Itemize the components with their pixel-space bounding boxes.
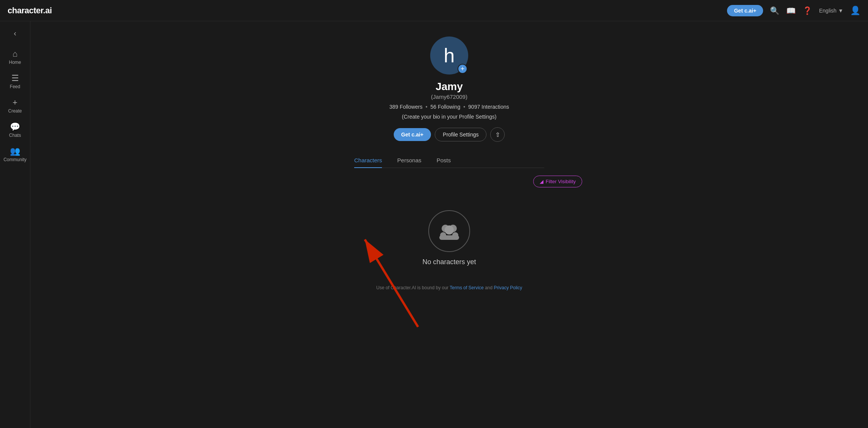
top-nav-right: Get c.ai+ 🔍 📖 ❓ English ▼ 👤 xyxy=(727,5,860,16)
sidebar-item-create[interactable]: + Create xyxy=(0,94,30,118)
stats-dot-1: • xyxy=(426,104,428,110)
sidebar-item-label: Chats xyxy=(9,133,21,138)
user-menu-icon[interactable]: 👤 xyxy=(850,6,860,16)
avatar-edit-button[interactable]: + xyxy=(458,64,467,74)
sidebar-item-community[interactable]: 👥 Community xyxy=(0,143,30,167)
sidebar-item-feed[interactable]: ☰ Feed xyxy=(0,70,30,94)
get-cai-button-nav[interactable]: Get c.ai+ xyxy=(727,5,763,16)
top-nav: character.ai Get c.ai+ 🔍 📖 ❓ English ▼ 👤 xyxy=(0,0,868,21)
tab-characters[interactable]: Characters xyxy=(354,153,382,168)
profile-stats: 389 Followers • 56 Following • 9097 Inte… xyxy=(390,104,509,110)
feed-icon: ☰ xyxy=(11,74,19,82)
sidebar-item-home[interactable]: ⌂ Home xyxy=(0,45,30,70)
get-cai-button-profile[interactable]: Get c.ai+ xyxy=(394,128,431,141)
footer-text: Use of Character.AI is bound by our Term… xyxy=(376,285,522,290)
sidebar-item-label: Feed xyxy=(10,84,20,89)
following-stat: 56 Following xyxy=(431,104,461,110)
svg-point-5 xyxy=(452,232,458,238)
followers-stat: 389 Followers xyxy=(390,104,423,110)
sidebar-item-chats[interactable]: 💬 Chats xyxy=(0,118,30,143)
stats-dot-2: • xyxy=(463,104,465,110)
profile-settings-button[interactable]: Profile Settings xyxy=(435,128,486,141)
footer-before: Use of Character.AI is bound by our xyxy=(376,285,450,290)
no-characters-text: No characters yet xyxy=(422,258,476,266)
share-button[interactable]: ⇧ xyxy=(490,127,505,142)
chats-icon: 💬 xyxy=(10,123,20,131)
sidebar-item-label: Community xyxy=(3,157,27,162)
tab-posts[interactable]: Posts xyxy=(437,153,451,168)
sidebar-item-label: Create xyxy=(8,108,22,114)
sidebar-back-button[interactable]: ‹ xyxy=(10,25,20,41)
filter-visibility-button[interactable]: ◢ Filter Visibility xyxy=(533,176,582,187)
main-content: h + Jamy (Jamy672009) 389 Followers • 56… xyxy=(30,21,868,428)
no-characters-icon xyxy=(428,210,470,252)
profile-section: h + Jamy (Jamy672009) 389 Followers • 56… xyxy=(316,36,582,290)
app-logo: character.ai xyxy=(8,6,52,16)
tab-personas[interactable]: Personas xyxy=(397,153,421,168)
community-icon: 👥 xyxy=(10,147,20,155)
book-icon[interactable]: 📖 xyxy=(786,6,796,15)
profile-tabs: Characters Personas Posts xyxy=(354,153,544,168)
profile-bio-prompt: (Create your bio in your Profile Setting… xyxy=(402,114,497,120)
lang-label: English xyxy=(819,8,836,14)
filter-label: Filter Visibility xyxy=(546,179,576,184)
filter-bar: ◢ Filter Visibility xyxy=(316,176,582,187)
terms-of-service-link[interactable]: Terms of Service xyxy=(450,285,483,290)
create-icon: + xyxy=(13,98,17,107)
profile-display-name: Jamy xyxy=(436,81,463,93)
main-layout: ‹ ⌂ Home ☰ Feed + Create 💬 Chats 👥 Commu… xyxy=(0,21,868,428)
sidebar: ‹ ⌂ Home ☰ Feed + Create 💬 Chats 👥 Commu… xyxy=(0,21,30,428)
home-icon: ⌂ xyxy=(13,50,17,58)
svg-point-4 xyxy=(440,232,446,238)
avatar-container: h + xyxy=(430,36,468,75)
share-icon: ⇧ xyxy=(495,131,500,138)
no-characters-section: No characters yet xyxy=(422,199,476,277)
help-icon[interactable]: ❓ xyxy=(803,6,812,15)
chevron-down-icon: ▼ xyxy=(838,8,843,14)
interactions-stat: 9097 Interactions xyxy=(468,104,509,110)
filter-icon: ◢ xyxy=(540,179,543,184)
profile-actions: Get c.ai+ Profile Settings ⇧ xyxy=(394,127,505,142)
footer-and: and xyxy=(485,285,494,290)
sidebar-item-label: Home xyxy=(9,60,21,65)
language-selector[interactable]: English ▼ xyxy=(819,8,843,14)
search-icon[interactable]: 🔍 xyxy=(770,6,779,15)
profile-username: (Jamy672009) xyxy=(431,94,467,100)
privacy-policy-link[interactable]: Privacy Policy xyxy=(494,285,522,290)
svg-point-2 xyxy=(445,225,454,235)
